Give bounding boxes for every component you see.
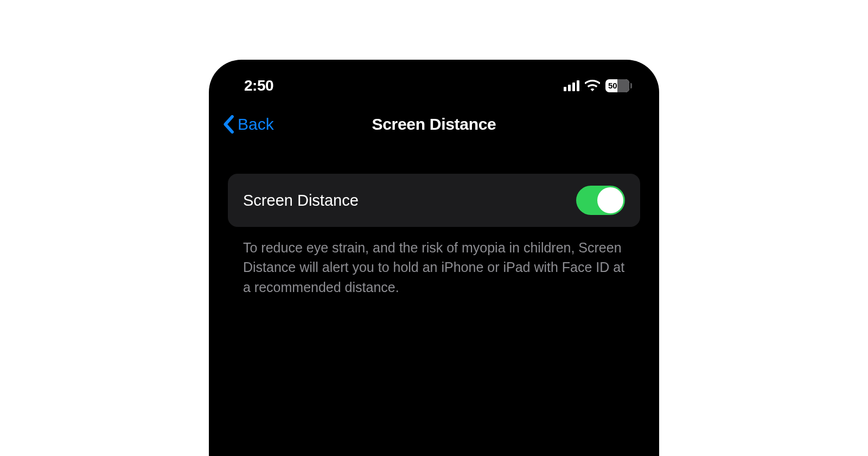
content-area: Screen Distance To reduce eye strain, an…: [209, 136, 659, 297]
setting-description: To reduce eye strain, and the risk of my…: [228, 227, 640, 297]
status-icons: 50: [564, 79, 632, 92]
screen-distance-toggle[interactable]: [576, 186, 625, 215]
setting-label: Screen Distance: [243, 192, 359, 210]
back-label: Back: [238, 115, 274, 134]
battery-level: 50: [605, 81, 617, 90]
battery-icon: 50: [605, 79, 632, 92]
screen-distance-row: Screen Distance: [228, 174, 640, 227]
status-time: 2:50: [244, 77, 273, 94]
wifi-icon: [585, 80, 600, 92]
cellular-signal-icon: [564, 80, 579, 91]
page-title: Screen Distance: [372, 115, 496, 134]
toggle-knob: [597, 187, 623, 213]
chevron-left-icon: [222, 115, 234, 134]
status-bar: 2:50 50: [209, 60, 659, 98]
back-button[interactable]: Back: [222, 115, 274, 134]
phone-frame: 2:50 50: [209, 60, 659, 456]
navigation-bar: Back Screen Distance: [209, 98, 659, 136]
